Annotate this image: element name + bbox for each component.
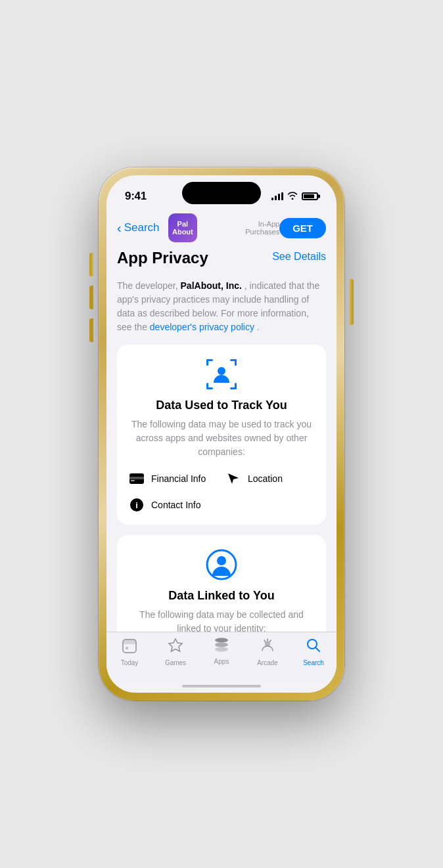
track-contact-item: i Contact Info bbox=[128, 496, 219, 514]
tab-search-label: Search bbox=[303, 659, 324, 666]
arcade-icon bbox=[260, 638, 275, 657]
tab-arcade-label: Arcade bbox=[257, 659, 278, 666]
track-financial-item: Financial Info bbox=[128, 469, 219, 488]
games-icon bbox=[168, 638, 183, 657]
svg-rect-3 bbox=[235, 359, 237, 366]
privacy-policy-link[interactable]: developer's privacy policy bbox=[150, 322, 254, 332]
see-details-link[interactable]: See Details bbox=[272, 249, 326, 263]
svg-line-38 bbox=[315, 647, 319, 651]
tab-games-label: Games bbox=[165, 659, 186, 666]
track-you-items: Financial Info Location bbox=[128, 469, 315, 514]
app-header: PalAbout bbox=[120, 213, 246, 242]
battery-icon bbox=[302, 192, 318, 200]
developer-name: PalAbout, Inc. bbox=[181, 280, 242, 291]
page-title: App Privacy bbox=[117, 249, 208, 267]
wifi-icon bbox=[287, 192, 298, 202]
svg-point-8 bbox=[218, 367, 225, 375]
svg-point-35 bbox=[215, 647, 228, 652]
linked-icon-container bbox=[128, 548, 315, 581]
tab-games[interactable]: Games bbox=[152, 638, 198, 666]
tab-apps[interactable]: Apps bbox=[198, 638, 245, 666]
status-time: 9:41 bbox=[125, 190, 147, 203]
today-icon bbox=[122, 638, 137, 657]
phone-screen: 9:41 ‹ bbox=[106, 175, 337, 693]
svg-text:i: i bbox=[135, 500, 138, 510]
status-bar: 9:41 bbox=[106, 175, 337, 208]
svg-rect-7 bbox=[235, 383, 237, 389]
privacy-description: The developer, PalAbout, Inc. , indicate… bbox=[117, 279, 326, 334]
tab-bar: Today Games bbox=[106, 632, 337, 680]
svg-point-33 bbox=[215, 638, 228, 643]
svg-point-34 bbox=[215, 643, 228, 647]
linked-to-you-icon bbox=[205, 548, 238, 581]
description-end: . bbox=[257, 322, 260, 332]
location-arrow-icon bbox=[224, 469, 243, 488]
apps-icon bbox=[214, 638, 229, 656]
privacy-title-row: App Privacy See Details bbox=[117, 249, 326, 274]
info-circle-icon: i bbox=[128, 496, 146, 514]
tab-today-label: Today bbox=[121, 659, 139, 666]
svg-rect-32 bbox=[126, 647, 128, 649]
track-you-card: Data Used to Track You The following dat… bbox=[117, 345, 326, 525]
svg-rect-1 bbox=[206, 359, 208, 366]
signal-icon bbox=[271, 192, 283, 200]
track-you-description: The following data may be used to track … bbox=[128, 418, 315, 459]
svg-rect-31 bbox=[123, 640, 136, 644]
status-icons bbox=[271, 192, 318, 202]
phone-frame: 9:41 ‹ bbox=[99, 167, 344, 701]
scroll-content[interactable]: App Privacy See Details The developer, P… bbox=[106, 249, 337, 632]
linked-to-you-description: The following data may be collected and … bbox=[128, 608, 315, 632]
tab-today[interactable]: Today bbox=[106, 638, 152, 666]
description-part1: The developer, bbox=[117, 280, 181, 291]
app-icon: PalAbout bbox=[168, 213, 197, 242]
track-location-label: Location bbox=[248, 473, 283, 484]
svg-rect-10 bbox=[129, 477, 144, 479]
track-icon-container bbox=[128, 358, 315, 391]
svg-rect-11 bbox=[131, 480, 135, 481]
svg-rect-5 bbox=[206, 383, 208, 389]
get-button[interactable]: GET bbox=[279, 218, 326, 238]
linked-to-you-card: Data Linked to You The following data ma… bbox=[117, 535, 326, 632]
track-you-icon bbox=[205, 358, 238, 391]
track-location-item: Location bbox=[224, 469, 315, 488]
track-you-title: Data Used to Track You bbox=[128, 399, 315, 412]
home-indicator bbox=[106, 680, 337, 693]
tab-apps-label: Apps bbox=[214, 658, 229, 665]
tab-arcade[interactable]: Arcade bbox=[245, 638, 291, 666]
app-purchase-info: In-AppPurchases bbox=[245, 220, 279, 236]
track-contact-label: Contact Info bbox=[151, 500, 201, 510]
linked-to-you-title: Data Linked to You bbox=[128, 589, 315, 603]
tab-search[interactable]: Search bbox=[291, 638, 337, 666]
home-bar bbox=[182, 685, 261, 687]
search-icon bbox=[306, 638, 321, 657]
dynamic-island bbox=[182, 182, 261, 204]
nav-bar: ‹ Search PalAbout In-AppPurchases GET bbox=[106, 208, 337, 249]
credit-card-icon bbox=[128, 469, 146, 488]
track-financial-label: Financial Info bbox=[151, 473, 206, 484]
in-app-label: In-AppPurchases bbox=[245, 220, 279, 236]
svg-point-15 bbox=[217, 556, 226, 565]
